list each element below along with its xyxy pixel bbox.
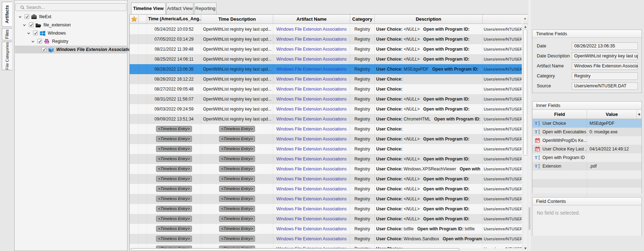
svg-text:T: T — [535, 155, 537, 160]
svg-text:T: T — [535, 129, 537, 134]
svg-text:T: T — [535, 121, 537, 126]
svg-text:T: T — [535, 164, 537, 169]
